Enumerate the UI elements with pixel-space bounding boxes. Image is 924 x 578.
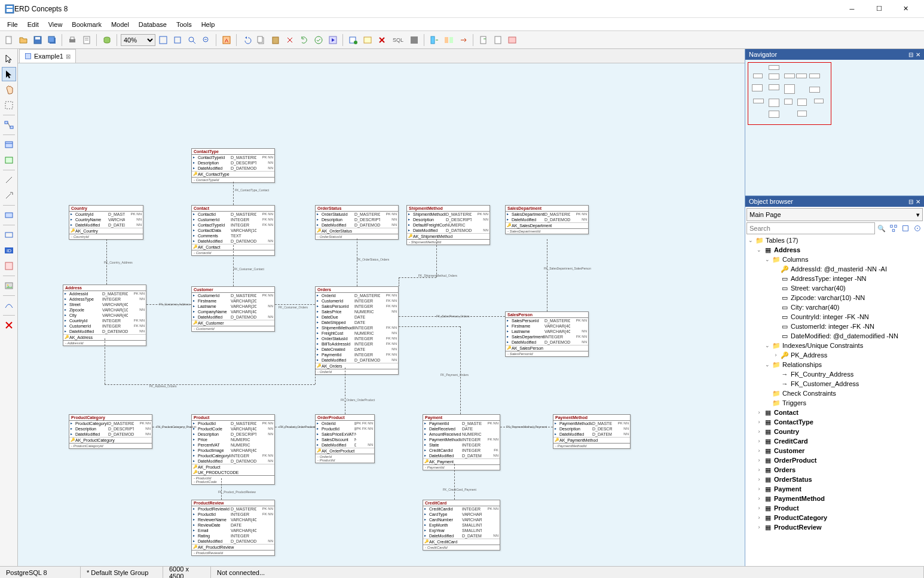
view-tool[interactable] (2, 153, 16, 167)
zoomout-button[interactable] (200, 33, 213, 47)
entity-productcategory[interactable]: ProductCategory▸ProductCategoryIdD_MASTE… (69, 414, 152, 449)
maximize-button[interactable]: ☐ (865, 0, 892, 17)
marquee-tool[interactable] (2, 98, 16, 112)
menu-bookmark[interactable]: Bookmark (67, 20, 106, 29)
arrow-tool[interactable] (2, 188, 16, 203)
tree-row[interactable]: ▭ City: varchar(40) (746, 302, 923, 312)
tree-row[interactable]: › ▦ Customer (746, 446, 923, 455)
entity-customer[interactable]: Customer▸CustomerIdD_MASTERIDPK NN▸First… (191, 286, 275, 332)
tree-row[interactable]: › ▦ Product (746, 503, 923, 513)
entity-orderproduct[interactable]: OrderProduct▸OrderIdINTEGERPK FK NN▸Prod… (315, 414, 375, 463)
region-tool[interactable] (2, 259, 16, 273)
exportmodel-button[interactable] (457, 33, 470, 47)
tree-twisty[interactable]: › (772, 352, 780, 358)
newtable-button[interactable] (347, 33, 360, 47)
validate-button[interactable] (312, 33, 325, 47)
note-tool[interactable] (2, 208, 16, 222)
edittable-button[interactable] (361, 33, 374, 47)
fit-button[interactable] (157, 33, 170, 47)
tree-twisty[interactable]: › (755, 438, 763, 444)
actualsize-button[interactable] (171, 33, 184, 47)
diagram-canvas[interactable]: ContactType▸ContactTypeIdD_MASTERIDPK NN… (18, 63, 745, 566)
menu-view[interactable]: View (44, 20, 68, 29)
tree-row[interactable]: → FK_Country_Address (746, 369, 923, 379)
grid-button[interactable] (408, 33, 421, 47)
tree-row[interactable]: › ▦ Country (746, 427, 923, 436)
curve-tool[interactable] (2, 298, 16, 313)
line-tool[interactable] (2, 173, 16, 187)
menu-tools[interactable]: Tools (172, 20, 197, 29)
select-tool[interactable] (2, 67, 16, 81)
zoomin-button[interactable] (185, 33, 198, 47)
tree-row[interactable]: › ▦ ProductReview (746, 522, 923, 532)
rect-tool[interactable] (2, 228, 16, 242)
paste-button[interactable] (269, 33, 282, 47)
cut-button[interactable] (283, 33, 296, 47)
import-button[interactable] (428, 33, 441, 47)
tree-row[interactable]: › ▦ CreditCard (746, 436, 923, 446)
tree-twisty[interactable]: › (755, 524, 763, 530)
run-button[interactable] (326, 33, 339, 47)
autolayout-button[interactable]: A (220, 33, 233, 47)
entity-address[interactable]: Address▸AddressIdD_MASTERIDPK NN▸Address… (63, 285, 146, 346)
tree-twisty[interactable]: › (755, 457, 763, 463)
undo-button[interactable] (240, 33, 253, 47)
minimize-button[interactable]: ─ (839, 0, 865, 17)
report-button[interactable] (491, 33, 504, 47)
tree-twisty[interactable]: ⌄ (763, 256, 772, 262)
entity-salesperson[interactable]: SalesPerson▸SalesPersonIdD_MASTERIDPK NN… (505, 311, 589, 357)
table-tool[interactable] (2, 137, 16, 152)
tree-row[interactable]: ▭ Zipcode: varchar(10) -NN (746, 293, 923, 302)
menu-model[interactable]: Model (106, 20, 134, 29)
tree-row[interactable]: › ▦ Contact (746, 408, 923, 417)
tree-row[interactable]: ▭ Street: varchar(40) (746, 283, 923, 293)
tree-row[interactable]: ▭ DateModified: @d_datemodified -NN (746, 331, 923, 341)
save-button[interactable] (31, 33, 44, 47)
reverse-eng-button[interactable] (100, 33, 114, 47)
pin-icon[interactable]: ⊟ (908, 198, 913, 205)
tree-twisty[interactable]: › (755, 419, 763, 425)
tree-row[interactable]: › ▦ OrderStatus (746, 475, 923, 484)
tree-twisty[interactable]: › (755, 505, 763, 511)
entity-payment[interactable]: Payment▸PaymentIdD_MASTERIDPK NN▸DateRec… (423, 414, 500, 470)
tree-twisty[interactable]: › (755, 409, 763, 415)
tree-row[interactable]: › ▦ PaymentMethod (746, 494, 923, 503)
menu-file[interactable]: File (2, 20, 23, 29)
page-selector[interactable]: Main Page ▾ (746, 208, 923, 221)
object-tree[interactable]: ⌄ 📁 Tables (17) ⌄ ▦ Address ⌄ 📁 Columns … (745, 234, 924, 566)
tab-example1[interactable]: Example1 ⊠ (19, 49, 76, 63)
entity-contacttype[interactable]: ContactType▸ContactTypeIdD_MASTERIDPK NN… (191, 148, 275, 183)
tree-twisty[interactable]: › (755, 486, 763, 492)
tree-row[interactable]: › 🔑 PK_Address (746, 350, 923, 360)
relation-tool[interactable] (2, 118, 16, 132)
tree-twisty[interactable]: › (755, 467, 763, 473)
expand-tree-icon[interactable] (888, 223, 899, 234)
entity-contact[interactable]: Contact▸ContactIdD_MASTERIDPK NN▸Custome… (191, 205, 275, 256)
saveall-button[interactable] (45, 33, 59, 47)
search-icon[interactable]: 🔍 (876, 223, 887, 234)
tree-twisty[interactable]: › (755, 476, 763, 482)
tab-close-icon[interactable]: ⊠ (66, 53, 71, 60)
pointer-tool[interactable] (2, 51, 16, 66)
image-tool[interactable] (2, 279, 16, 293)
tree-row[interactable]: ⌄ ▦ Address (746, 245, 923, 255)
menu-edit[interactable]: Edit (23, 20, 44, 29)
entity-productreview[interactable]: ProductReview▸ProductReviewIdD_MASTERIDP… (191, 500, 275, 556)
tree-row[interactable]: › ▦ ProductCategory (746, 513, 923, 522)
refresh-button[interactable] (298, 33, 311, 47)
export-button[interactable] (477, 33, 490, 47)
locate-icon[interactable] (912, 223, 923, 234)
menu-help[interactable]: Help (197, 20, 220, 29)
delete-tool[interactable] (2, 318, 16, 332)
tree-twisty[interactable]: ⌄ (763, 362, 772, 368)
open-button[interactable] (17, 33, 30, 47)
menu-database[interactable]: Database (134, 20, 172, 29)
tree-row[interactable]: ▭ CustomerId: integer -FK -NN (746, 322, 923, 331)
tree-row[interactable]: → FK_Customer_Address (746, 379, 923, 389)
tree-row[interactable]: ⌄ 📁 Indexes/Unique Constraints (746, 341, 923, 350)
tree-row[interactable]: › ▦ ContactType (746, 417, 923, 427)
tree-twisty[interactable]: ⌄ (746, 237, 755, 243)
entity-salesdepartment[interactable]: SalesDepartment▸SalesDepartmentIdD_MASTE… (505, 205, 589, 234)
tree-row[interactable]: ⌄ 📁 Tables (17) (746, 236, 923, 245)
tree-twisty[interactable]: › (755, 515, 763, 521)
